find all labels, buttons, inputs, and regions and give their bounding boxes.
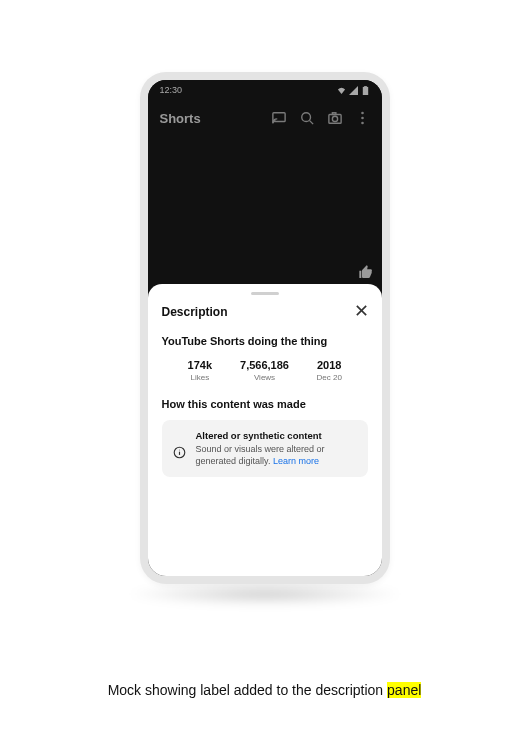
stat-date-value: 2018 [297,359,362,371]
stats-row: 174k Likes 7,566,186 Views 2018 Dec 20 [162,359,368,382]
svg-point-3 [301,113,310,122]
svg-point-6 [332,116,337,121]
svg-point-15 [179,450,180,451]
card-body: Sound or visuals were altered or generat… [196,443,358,467]
card-title: Altered or synthetic content [196,430,358,441]
description-sheet: Description YouTube Shorts doing the thi… [148,284,382,576]
caption-highlight: panel [387,682,421,698]
signal-icon [349,86,358,95]
learn-more-link[interactable]: Learn more [273,456,319,466]
svg-rect-1 [364,86,367,87]
cast-icon[interactable] [272,111,286,125]
camera-icon[interactable] [328,111,342,125]
stat-date: 2018 Dec 20 [297,359,362,382]
svg-point-10 [361,122,364,125]
drag-handle[interactable] [251,292,279,295]
like-button[interactable] [358,264,374,280]
sheet-title: Description [162,305,228,319]
phone-frame: 12:30 Shorts [140,72,390,584]
svg-point-8 [361,112,364,115]
search-icon[interactable] [300,111,314,125]
video-title: YouTube Shorts doing the thing [162,335,368,347]
app-bar: Shorts [148,100,382,136]
section-heading: How this content was made [162,398,368,410]
svg-line-4 [309,121,313,125]
stat-views-label: Views [232,373,297,382]
phone-screen: 12:30 Shorts [148,80,382,576]
close-icon[interactable] [355,303,368,321]
stat-likes-value: 174k [168,359,233,371]
caption-text: Mock showing label added to the descript… [108,682,387,698]
stat-views-value: 7,566,186 [232,359,297,371]
stat-likes: 174k Likes [168,359,233,382]
video-area[interactable] [148,136,382,284]
stat-likes-label: Likes [168,373,233,382]
info-icon [172,438,188,467]
battery-icon [361,86,370,95]
status-bar: 12:30 [148,80,382,100]
synthetic-content-card: Altered or synthetic content Sound or vi… [162,420,368,477]
stat-views: 7,566,186 Views [232,359,297,382]
svg-point-9 [361,117,364,120]
stat-date-label: Dec 20 [297,373,362,382]
app-title: Shorts [160,111,272,126]
svg-rect-0 [362,86,367,94]
wifi-icon [337,86,346,95]
svg-rect-7 [332,113,336,115]
status-icons [337,86,370,95]
figure-caption: Mock showing label added to the descript… [0,682,529,698]
more-icon[interactable] [356,111,370,125]
status-time: 12:30 [160,85,183,95]
